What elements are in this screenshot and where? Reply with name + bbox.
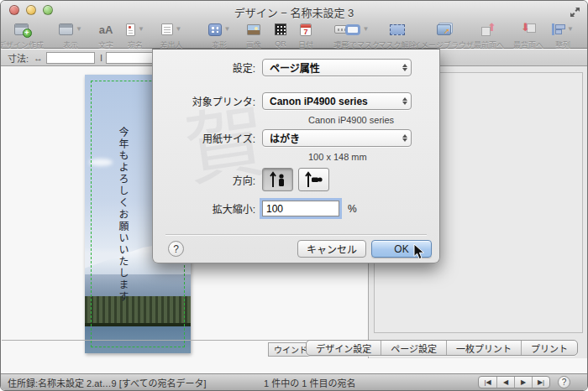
address-book-status: 住所録:名称未設定 2.at…9 [すべての宛名データ] [8, 376, 207, 389]
send-to-back-icon [521, 23, 536, 36]
view-icon [59, 23, 73, 35]
height-input[interactable] [106, 52, 155, 64]
chevron-down-icon: ▼ [138, 26, 144, 33]
width-arrow-icon: ↔ [34, 53, 43, 63]
mask-shape-icon [345, 24, 360, 35]
scale-input[interactable] [262, 201, 339, 216]
paper-row: 用紙サイズ: はがき [153, 129, 439, 147]
settings-label: 設定: [153, 60, 262, 75]
portrait-icon [268, 170, 288, 189]
first-record-button[interactable]: |◀ [479, 377, 496, 388]
height-cursor-icon: I [100, 53, 102, 63]
greeting-text[interactable]: 今年もよろしくお願いいたします [115, 127, 128, 345]
title-toolbar: デザイン − 名称未設定 3 + デザイン作成 ▼ 表示 aA 文字 ▼ 宛名 … [1, 1, 587, 49]
window-title: デザイン − 名称未設定 3 [1, 4, 587, 20]
recipient-card-icon [126, 23, 135, 36]
mode-buttons: デザイン設定 ページ設定 一枚プリント プリント [306, 340, 578, 356]
shape-icon [208, 23, 222, 36]
next-record-button[interactable]: ▶ [514, 377, 532, 388]
toolbar-item-sender[interactable]: ▼ 差出人 [146, 20, 197, 50]
dimensions-label: 寸法: [8, 51, 29, 65]
scale-row: 拡大縮小: % [153, 201, 439, 216]
sender-card-icon [161, 23, 173, 35]
fullscreen-icon[interactable] [570, 7, 580, 18]
chevron-down-icon: ▼ [567, 26, 574, 33]
scale-label: 拡大縮小: [153, 201, 262, 216]
design-settings-button[interactable]: デザイン設定 [307, 341, 381, 355]
paper-dimensions: 100 x 148 mm [308, 152, 367, 162]
printer-subtitle: Canon iP4900 series [308, 115, 394, 125]
orientation-label: 方向: [153, 173, 262, 187]
popup-stepper-icon [402, 97, 407, 105]
single-print-button[interactable]: 一枚プリント [446, 341, 521, 355]
width-input[interactable] [46, 52, 95, 64]
settings-popup[interactable]: ページ属性 [262, 59, 412, 76]
status-help-button[interactable]: ? [558, 376, 570, 388]
page-settings-button[interactable]: ページ設定 [381, 341, 446, 355]
prev-record-button[interactable]: ◀ [496, 377, 514, 388]
image-browser-icon [437, 24, 451, 35]
printer-row: 対象プリンタ: Canon iP4900 series [153, 92, 439, 110]
cancel-button[interactable]: キャンセル [297, 240, 366, 258]
landscape-icon [304, 170, 324, 189]
design-create-icon: + [14, 23, 29, 35]
dialog-help-button[interactable]: ? [168, 241, 184, 257]
app-window: デザイン − 名称未設定 3 + デザイン作成 ▼ 表示 aA 文字 ▼ 宛名 … [0, 0, 588, 391]
chevron-down-icon: ▼ [363, 26, 370, 33]
mouse-cursor [413, 243, 425, 260]
unmask-icon [390, 24, 405, 35]
popup-stepper-icon [402, 134, 407, 142]
record-navigator: |◀ ◀ ▶ ▶| [478, 376, 550, 388]
toolbar-item-align[interactable]: ▼ 整列 [541, 20, 585, 50]
paper-size-label: 用紙サイズ: [153, 131, 262, 145]
paper-size-popup[interactable]: はがき [262, 129, 412, 147]
page-setup-dialog: 賀 設定: ページ属性 対象プリンタ: Canon iP4900 series … [152, 49, 440, 263]
settings-row: 設定: ページ属性 [153, 59, 439, 76]
orientation-landscape-button[interactable] [298, 168, 329, 191]
align-icon [552, 23, 564, 35]
orientation-row: 方向: [153, 168, 439, 191]
chevron-down-icon: ▼ [176, 26, 182, 33]
print-button[interactable]: プリント [521, 341, 577, 355]
orientation-portrait-button[interactable] [262, 168, 293, 191]
scale-unit: % [348, 203, 357, 215]
popup-stepper-icon [402, 64, 407, 71]
printer-popup[interactable]: Canon iP4900 series [262, 92, 412, 110]
calendar-icon: 7 [300, 23, 312, 36]
last-record-button[interactable]: ▶| [532, 377, 549, 388]
bring-to-front-icon [481, 23, 496, 36]
record-count: 1 件中の 1 件目の宛名 [264, 376, 355, 389]
status-bar: 住所録:名称未設定 2.at…9 [すべての宛名データ] 1 件中の 1 件目の… [1, 373, 587, 390]
dialog-divider [165, 234, 427, 235]
printer-label: 対象プリンタ: [153, 94, 262, 108]
toolbar-item-design-create[interactable]: + デザイン作成 [0, 20, 48, 50]
